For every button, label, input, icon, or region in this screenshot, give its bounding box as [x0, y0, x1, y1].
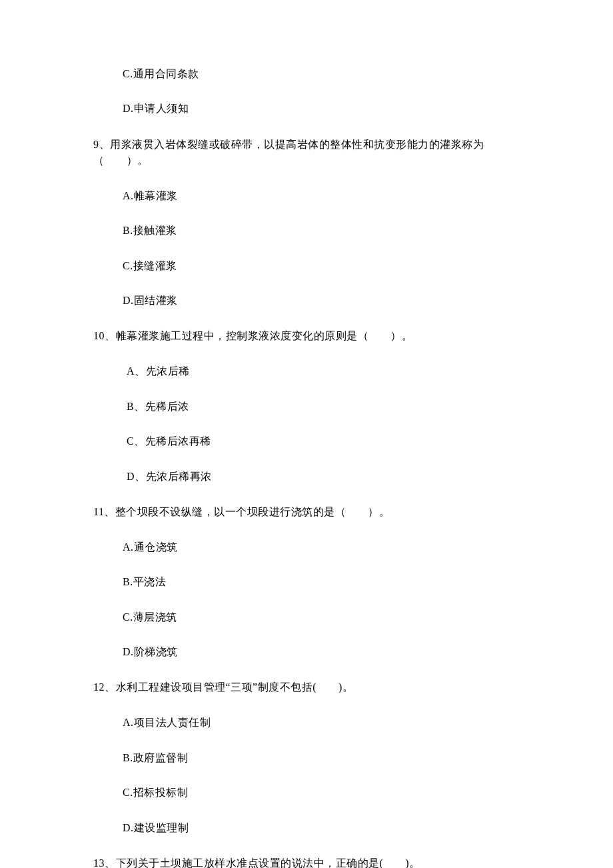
q12-option-a: A.项目法人责任制 [123, 715, 520, 730]
q10-option-a: A、先浓后稀 [127, 364, 520, 379]
q12-option-d: D.建设监理制 [123, 821, 520, 835]
question-11: 11、整个坝段不设纵缝，以一个坝段进行浇筑的是（ ）。 A.通仓浇筑 B.平浇法… [93, 504, 520, 660]
question-12: 12、水利工程建设项目管理“三项”制度不包括( )。 A.项目法人责任制 B.政… [93, 679, 520, 835]
q9-option-c: C.接缝灌浆 [123, 259, 520, 273]
q10-option-b: B、先稀后浓 [127, 399, 520, 414]
q11-option-b: B.平浇法 [123, 575, 520, 589]
q10-option-d: D、先浓后稀再浓 [127, 469, 520, 484]
q10-text: 10、帷幕灌浆施工过程中，控制浆液浓度变化的原则是（ ）。 [93, 328, 520, 344]
q11-option-d: D.阶梯浇筑 [123, 645, 520, 659]
q9-text: 9、用浆液贯入岩体裂缝或破碎带，以提高岩体的整体性和抗变形能力的灌浆称为（ ）。 [93, 137, 520, 169]
q11-option-c: C.薄层浇筑 [123, 610, 520, 625]
q11-option-a: A.通仓浇筑 [123, 540, 520, 555]
document-page: C.通用合同条款 D.申请人须知 9、用浆液贯入岩体裂缝或破碎带，以提高岩体的整… [0, 0, 613, 868]
q9-option-a: A.帷幕灌浆 [123, 189, 520, 203]
q12-text: 12、水利工程建设项目管理“三项”制度不包括( )。 [93, 679, 520, 695]
q9-option-d: D.固结灌浆 [123, 293, 520, 308]
q8-option-d: D.申请人须知 [123, 101, 520, 116]
q10-option-c: C、先稀后浓再稀 [127, 434, 520, 449]
question-8-remainder: C.通用合同条款 D.申请人须知 [93, 67, 520, 117]
q8-option-c: C.通用合同条款 [123, 67, 520, 81]
q12-option-b: B.政府监督制 [123, 751, 520, 765]
q12-option-c: C.招标投标制 [123, 785, 520, 800]
question-10: 10、帷幕灌浆施工过程中，控制浆液浓度变化的原则是（ ）。 A、先浓后稀 B、先… [93, 328, 520, 484]
q9-option-b: B.接触灌浆 [123, 223, 520, 238]
question-9: 9、用浆液贯入岩体裂缝或破碎带，以提高岩体的整体性和抗变形能力的灌浆称为（ ）。… [93, 137, 520, 309]
q13-text: 13、下列关于土坝施工放样水准点设置的说法中，正确的是( )。 [93, 855, 520, 868]
question-13: 13、下列关于土坝施工放样水准点设置的说法中，正确的是( )。 A.永久性水准点… [93, 855, 520, 868]
q11-text: 11、整个坝段不设纵缝，以一个坝段进行浇筑的是（ ）。 [93, 504, 520, 520]
